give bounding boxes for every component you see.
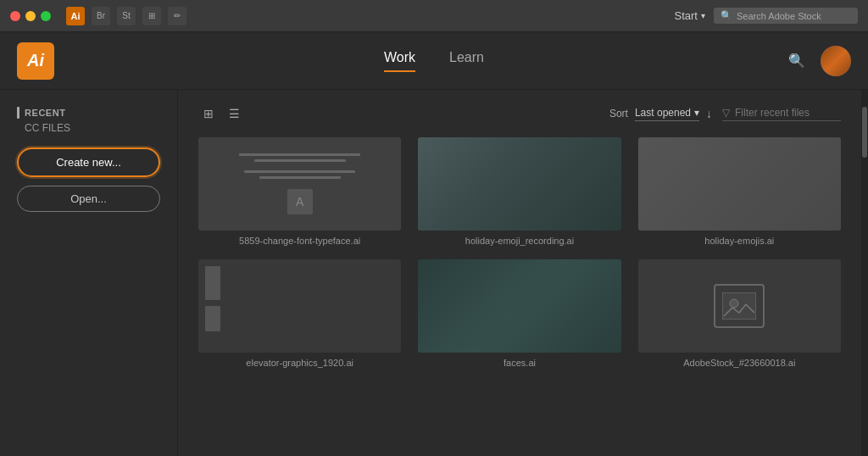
thumb-visual — [418, 137, 620, 231]
open-button[interactable]: Open... — [17, 186, 160, 212]
sort-order-button[interactable]: ↓ — [706, 107, 712, 120]
scrollbar-thumb[interactable] — [862, 107, 867, 158]
close-button[interactable] — [10, 11, 20, 21]
traffic-lights — [10, 11, 51, 21]
view-toggle: ⊞ ☰ — [198, 103, 244, 124]
file-thumbnail — [638, 259, 841, 353]
file-grid: A 5859-change-font-typeface.ai holiday-e… — [198, 137, 841, 368]
list-view-button[interactable]: ☰ — [224, 103, 244, 124]
filter-icon: ▽ — [722, 107, 730, 119]
list-item[interactable]: AdobeStock_#23660018.ai — [638, 259, 841, 368]
thumb-visual — [638, 259, 841, 353]
file-thumbnail — [418, 137, 620, 231]
thumb-visual — [418, 259, 620, 353]
recent-section-label: RECENT — [17, 107, 160, 119]
pencil-icon[interactable]: ✏ — [168, 7, 186, 25]
tab-work[interactable]: Work — [384, 50, 415, 72]
minimize-button[interactable] — [25, 11, 36, 21]
file-name: 5859-change-font-typeface.ai — [198, 236, 401, 246]
avatar[interactable] — [821, 46, 851, 76]
sidebar-action-buttons: Create new... Open... — [17, 147, 160, 212]
list-item[interactable]: elevator-graphics_1920.ai — [198, 259, 401, 368]
list-item[interactable]: faces.ai — [418, 259, 620, 368]
sidebar: RECENT CC FILES Create new... Open... — [0, 90, 178, 456]
file-name: AdobeStock_#23660018.ai — [638, 358, 841, 368]
header-search-button[interactable]: 🔍 — [783, 47, 810, 75]
grid-view-icon[interactable]: ⊞ — [142, 7, 161, 25]
header: Ai Work Learn 🔍 — [0, 32, 868, 90]
tab-learn[interactable]: Learn — [449, 50, 484, 72]
stock-search-placeholder: Search Adobe Stock — [737, 11, 821, 21]
file-name: holiday-emoji_recording.ai — [418, 236, 620, 246]
content-area: ⊞ ☰ Sort Last opened ▾ ↓ ▽ Filter recent… — [178, 90, 861, 456]
stock-icon[interactable]: St — [117, 7, 136, 25]
maximize-button[interactable] — [41, 11, 51, 21]
sort-label: Sort — [609, 108, 628, 120]
illustrator-icon[interactable]: Ai — [66, 7, 85, 25]
chevron-down-icon: ▾ — [694, 107, 699, 119]
start-label: Start — [675, 9, 698, 22]
titlebar-right: Start ▾ 🔍 Search Adobe Stock — [675, 8, 858, 24]
file-thumbnail — [418, 259, 620, 353]
file-name: holiday-emojis.ai — [638, 236, 841, 246]
svg-rect-0 — [722, 292, 756, 320]
file-thumbnail — [198, 259, 401, 353]
bridge-icon[interactable]: Br — [92, 7, 110, 25]
chevron-down-icon: ▾ — [701, 11, 705, 20]
header-right: 🔍 — [783, 46, 851, 76]
sort-area: Sort Last opened ▾ ↓ — [609, 107, 712, 121]
start-button[interactable]: Start ▾ — [675, 9, 705, 22]
thumb-visual — [638, 137, 841, 231]
app-logo: Ai — [17, 42, 54, 80]
scrollbar-track[interactable] — [861, 90, 868, 456]
list-item[interactable]: A 5859-change-font-typeface.ai — [198, 137, 401, 246]
main-layout: RECENT CC FILES Create new... Open... ⊞ … — [0, 90, 868, 456]
file-thumbnail — [638, 137, 841, 231]
cc-files-link[interactable]: CC FILES — [17, 122, 160, 134]
stock-search[interactable]: 🔍 Search Adobe Stock — [714, 8, 858, 24]
thumb-visual — [198, 259, 401, 353]
app-icons: Ai Br St ⊞ ✏ — [66, 7, 186, 25]
file-name: elevator-graphics_1920.ai — [198, 358, 401, 368]
list-item[interactable]: holiday-emojis.ai — [638, 137, 841, 246]
files-toolbar: ⊞ ☰ Sort Last opened ▾ ↓ ▽ Filter recent… — [198, 103, 841, 124]
avatar-image — [821, 46, 851, 76]
filter-area[interactable]: ▽ Filter recent files — [722, 107, 841, 121]
grid-view-button[interactable]: ⊞ — [198, 103, 219, 124]
list-item[interactable]: holiday-emoji_recording.ai — [418, 137, 620, 246]
sort-dropdown[interactable]: Last opened ▾ — [635, 107, 699, 121]
header-nav: Work Learn — [384, 50, 484, 72]
sort-value: Last opened — [635, 107, 691, 119]
file-name: faces.ai — [418, 358, 620, 368]
filter-placeholder: Filter recent files — [735, 107, 810, 119]
titlebar: Ai Br St ⊞ ✏ Start ▾ 🔍 Search Adobe Stoc… — [0, 0, 868, 32]
file-thumbnail: A — [198, 137, 401, 231]
svg-point-1 — [730, 299, 738, 308]
search-icon: 🔍 — [721, 10, 732, 21]
thumb-visual: A — [198, 137, 401, 231]
create-new-button[interactable]: Create new... — [17, 147, 160, 177]
